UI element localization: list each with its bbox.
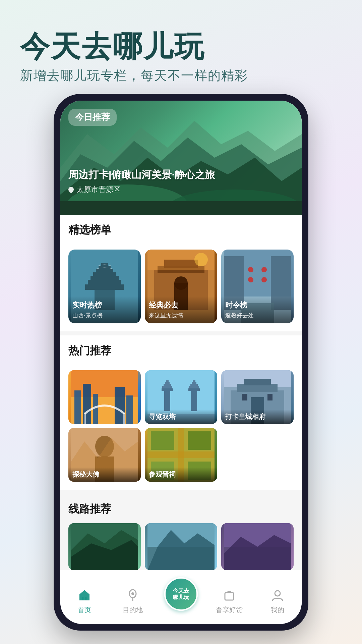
svg-rect-35	[83, 384, 91, 424]
svg-rect-47	[164, 391, 170, 411]
svg-rect-40	[123, 413, 125, 424]
svg-rect-88	[225, 593, 234, 600]
hot-grid: 寻览双塔	[60, 370, 302, 490]
featured-title: 精选榜单	[68, 223, 294, 237]
svg-rect-62	[267, 394, 273, 400]
featured-section-header: 精选榜单	[60, 215, 302, 250]
svg-rect-42	[166, 380, 169, 382]
location-icon	[67, 186, 75, 194]
nav-center-text: 今天去哪儿玩	[173, 587, 189, 600]
svg-point-20	[174, 276, 188, 290]
nav-item-shop[interactable]: 晋享好货	[205, 587, 253, 614]
svg-point-22	[194, 253, 208, 266]
nav-label-home: 首页	[78, 605, 91, 614]
svg-rect-72	[188, 431, 211, 450]
featured-card-title-1: 经典必去	[149, 300, 213, 310]
featured-card-0[interactable]: 实时热榜 山西·景点榜	[68, 250, 141, 323]
nav-item-destination[interactable]: 目的地	[109, 587, 157, 614]
svg-point-86	[131, 592, 134, 595]
svg-point-89	[275, 591, 280, 596]
svg-rect-37	[115, 387, 125, 424]
svg-rect-39	[84, 413, 86, 424]
svg-rect-44	[164, 384, 171, 386]
featured-card-2[interactable]: 时令榜 避暑好去处	[221, 250, 294, 323]
screen-content: 今日推荐 周边打卡|俯瞰山河美景·静心之旅 太原市晋源区 精选榜单	[60, 101, 302, 577]
svg-rect-45	[162, 386, 172, 388]
svg-rect-49	[192, 382, 196, 384]
profile-icon	[269, 587, 286, 603]
svg-rect-8	[99, 266, 111, 269]
route-card-0[interactable]	[68, 523, 141, 570]
svg-rect-84	[83, 597, 86, 600]
featured-card-subtitle-0: 山西·景点榜	[72, 312, 137, 319]
svg-point-28	[261, 267, 267, 272]
svg-point-27	[248, 267, 253, 272]
svg-rect-11	[90, 276, 119, 280]
hot-card-skyline[interactable]	[68, 370, 141, 424]
hot-card-mansion[interactable]: 打卡皇城相府	[221, 370, 294, 424]
svg-rect-13	[85, 284, 124, 290]
nav-center-button[interactable]: 今天去哪儿玩	[164, 577, 198, 611]
svg-rect-43	[165, 382, 170, 384]
svg-rect-5	[60, 201, 302, 215]
svg-rect-48	[193, 380, 195, 382]
featured-card-subtitle-1: 来这里无遗憾	[149, 312, 213, 319]
svg-rect-51	[189, 386, 199, 388]
svg-rect-71	[151, 431, 174, 450]
hot-card-temple[interactable]: 参观晋祠	[145, 428, 217, 482]
route-card-1[interactable]	[145, 523, 217, 570]
nav-item-profile[interactable]: 我的	[253, 587, 302, 614]
svg-rect-53	[191, 391, 197, 411]
shop-icon	[221, 587, 238, 603]
svg-rect-38	[126, 395, 133, 424]
svg-rect-12	[88, 280, 121, 284]
page-title: 今天去哪儿玩	[20, 27, 205, 67]
featured-card-1[interactable]: 经典必去 来这里无遗憾	[145, 250, 217, 323]
hot-title: 热门推荐	[68, 343, 294, 358]
svg-rect-7	[101, 263, 108, 266]
route-grid	[68, 523, 294, 570]
hot-card-buddha[interactable]: 探秘大佛	[68, 428, 141, 482]
route-card-2[interactable]	[221, 523, 294, 570]
svg-rect-46	[162, 388, 173, 391]
hero-label: 今日推荐	[68, 109, 117, 126]
hero-title: 周边打卡|俯瞰山河美景·静心之旅	[68, 168, 215, 182]
hero-text: 周边打卡|俯瞰山河美景·静心之旅 太原市晋源区	[68, 168, 215, 195]
featured-card-overlay-0: 实时热榜 山西·景点榜	[68, 296, 141, 323]
phone-mockup: 今日推荐 周边打卡|俯瞰山河美景·静心之旅 太原市晋源区 精选榜单	[54, 94, 308, 631]
nav-item-home[interactable]: 首页	[60, 587, 109, 614]
hero-banner[interactable]: 今日推荐 周边打卡|俯瞰山河美景·静心之旅 太原市晋源区	[60, 101, 302, 215]
featured-grid: 实时热榜 山西·景点榜	[60, 250, 302, 331]
divider-1	[60, 331, 302, 335]
svg-rect-9	[96, 269, 113, 272]
featured-card-title-2: 时令榜	[225, 300, 290, 310]
phone-frame: 今日推荐 周边打卡|俯瞰山河美景·静心之旅 太原市晋源区 精选榜单	[54, 94, 308, 631]
hot-card-label-buddha: 探秘大佛	[68, 467, 141, 482]
nav-label-profile: 我的	[271, 605, 284, 614]
hot-card-pagoda[interactable]: 寻览双塔	[145, 370, 217, 424]
svg-rect-10	[93, 272, 116, 276]
page-subtitle: 新增去哪儿玩专栏，每天不一样的精彩	[20, 67, 248, 84]
route-section: 线路推荐	[60, 494, 302, 570]
featured-card-subtitle-2: 避暑好去处	[225, 312, 290, 319]
hot-section-header: 热门推荐	[60, 335, 302, 370]
phone-screen: 今日推荐 周边打卡|俯瞰山河美景·静心之旅 太原市晋源区 精选榜单	[60, 101, 302, 624]
hot-card-label-mansion: 打卡皇城相府	[221, 410, 294, 424]
svg-rect-61	[242, 394, 247, 400]
divider-2	[60, 490, 302, 494]
featured-card-title-0: 实时热榜	[72, 300, 137, 310]
svg-point-29	[248, 277, 253, 282]
home-icon	[76, 587, 93, 603]
nav-label-shop: 晋享好货	[216, 605, 243, 614]
svg-rect-59	[244, 379, 271, 385]
nav-item-play[interactable]: 今天去哪儿玩	[157, 584, 205, 618]
featured-card-overlay-1: 经典必去 来这里无遗憾	[145, 296, 217, 323]
destination-icon	[124, 587, 141, 603]
svg-point-30	[261, 277, 267, 282]
nav-label-destination: 目的地	[123, 605, 143, 614]
svg-rect-52	[188, 388, 200, 391]
featured-card-overlay-2: 时令榜 避暑好去处	[221, 296, 294, 323]
hot-card-label-pagoda: 寻览双塔	[145, 410, 217, 424]
svg-rect-34	[74, 390, 81, 424]
hero-location: 太原市晋源区	[68, 184, 215, 195]
